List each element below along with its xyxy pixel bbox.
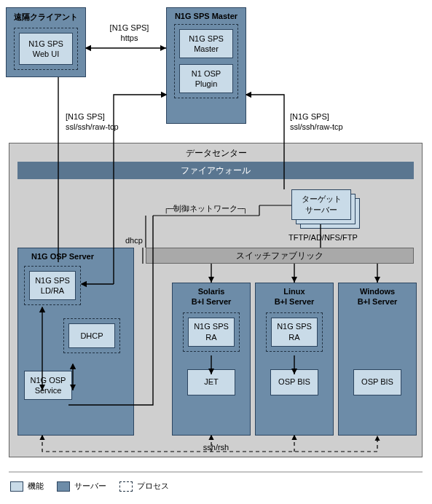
ssl-left-label: [N1G SPS] ssl/ssh/raw-tcp <box>66 112 138 133</box>
dhcp-func: DHCP <box>68 323 115 348</box>
linux-bis-func: OSP BIS <box>270 369 318 395</box>
legend-process: プロセス <box>119 481 169 492</box>
remote-client-title: 遠隔クライアント <box>7 8 85 25</box>
ssl-right-label: [N1G SPS] ssl/ssh/raw-tcp <box>290 112 363 133</box>
legend-server-swatch <box>57 481 70 492</box>
sps-master-server: N1G SPS Master N1G SPS Master N1 OSP Plu… <box>166 7 246 124</box>
osp-server-title: N1G OSP Server <box>18 248 133 263</box>
jet-func: JET <box>187 369 235 395</box>
sps-master-title: N1G SPS Master <box>167 8 246 23</box>
target-servers: ターゲット サーバー <box>291 189 363 232</box>
switch-fabric: スイッチファブリック <box>146 248 414 264</box>
ctrl-net-label: ┌─制御ネットワーク─┐ <box>162 204 249 214</box>
linux-ra-func: N1G SPS RA <box>271 318 318 347</box>
sshrsh-label: ssh/rsh <box>0 443 432 453</box>
linux-title: Linux B+I Server <box>256 283 333 310</box>
sps-master-func: N1G SPS Master <box>179 29 233 58</box>
windows-server: Windows B+I Server OSP BIS <box>338 283 417 436</box>
ldra-func: N1G SPS LD/RA <box>29 271 76 300</box>
dhcp-label: dhcp <box>125 236 154 246</box>
legend-func-swatch <box>10 481 23 492</box>
solaris-server: Solaris B+I Server N1G SPS RA JET <box>172 283 251 436</box>
linux-server: Linux B+I Server N1G SPS RA OSP BIS <box>255 283 334 436</box>
osp-service-func: N1G OSP Service <box>24 371 72 400</box>
legend-func: 機能 <box>10 481 44 492</box>
diagram-canvas: 遠隔クライアント N1G SPS Web UI N1G SPS Master N… <box>0 0 432 504</box>
webui-func: N1G SPS Web UI <box>19 33 73 65</box>
tftp-label: TFTP/AD/NFS/FTP <box>288 233 376 243</box>
firewall: ファイアウォール <box>17 162 414 179</box>
solaris-ra-func: N1G SPS RA <box>188 318 235 347</box>
solaris-title: Solaris B+I Server <box>173 283 250 310</box>
legend-process-swatch <box>119 481 133 492</box>
osp-server: N1G OSP Server N1G SPS LD/RA DHCP N1G OS… <box>17 248 134 436</box>
windows-title: Windows B+I Server <box>339 283 416 310</box>
data-center-title: データセンター <box>9 148 423 159</box>
windows-bis-func: OSP BIS <box>353 369 401 395</box>
legend-server: サーバー <box>57 481 106 492</box>
remote-client-server: 遠隔クライアント N1G SPS Web UI <box>6 7 86 77</box>
https-label: [N1G SPS] https <box>98 23 160 44</box>
osp-plugin-func: N1 OSP Plugin <box>179 64 233 93</box>
legend: 機能 サーバー プロセス <box>10 481 169 492</box>
